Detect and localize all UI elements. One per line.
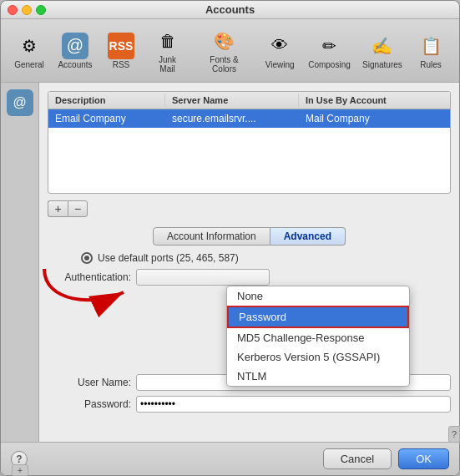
auth-input[interactable] [136, 269, 270, 286]
cell-server: secure.emailsrvr.... [165, 111, 299, 126]
toolbar-viewing[interactable]: 👁 Viewing [258, 29, 301, 73]
menu-item-kerberos[interactable]: Kerberos Version 5 (GSSAPI) [227, 347, 409, 367]
auth-row: Authentication: [48, 269, 451, 286]
toolbar-composing[interactable]: ✏ Composing [303, 29, 356, 73]
col-server: Server Name [165, 94, 299, 107]
table-controls: + − [48, 200, 451, 217]
password-label: Password: [48, 398, 131, 410]
col-account: In Use By Account [299, 94, 450, 107]
toolbar-rules-label: Rules [420, 60, 442, 69]
rss-icon: RSS [108, 33, 134, 59]
arrow-container [28, 261, 136, 322]
toolbar-rss-label: RSS [113, 60, 130, 69]
tab-advanced[interactable]: Advanced [270, 227, 346, 246]
toolbar: ⚙ General @ Accounts RSS RSS 🗑 Junk Mail… [1, 19, 459, 83]
remove-button[interactable]: − [68, 200, 88, 217]
radio-row: Use default ports (25, 465, 587) [81, 252, 451, 264]
content-area: Description Server Name In Use By Accoun… [39, 83, 459, 442]
menu-item-ntlm[interactable]: NTLM [227, 367, 409, 386]
toolbar-general-label: General [14, 60, 44, 69]
cell-description: Email Company [48, 111, 165, 126]
password-input[interactable] [136, 396, 451, 413]
toolbar-composing-label: Composing [308, 60, 351, 69]
toolbar-fonts[interactable]: 🎨 Fonts & Colors [192, 24, 256, 77]
signatures-icon: ✍ [369, 33, 396, 59]
toolbar-rules[interactable]: 📋 Rules [409, 29, 452, 73]
red-arrow [28, 261, 136, 319]
toolbar-junk-label: Junk Mail [151, 55, 184, 73]
table-body: Email Company secure.emailsrvr.... Mail … [48, 109, 450, 193]
table-row[interactable]: Email Company secure.emailsrvr.... Mail … [48, 109, 450, 128]
cell-account: Mail Company [299, 111, 450, 126]
minimize-button[interactable] [22, 5, 32, 15]
dropdown-menu: None Password MD5 Challenge-Response Ker… [226, 286, 410, 387]
bottom-tab[interactable]: + [12, 464, 28, 476]
password-row: Password: [48, 396, 451, 413]
fonts-icon: 🎨 [211, 28, 238, 54]
menu-item-md5[interactable]: MD5 Challenge-Response [227, 328, 409, 347]
col-description: Description [48, 94, 165, 107]
toolbar-general[interactable]: ⚙ General [8, 29, 51, 73]
toolbar-signatures-label: Signatures [362, 60, 402, 69]
bottom-bar: ? Cancel OK [1, 442, 459, 475]
accounts-icon: @ [62, 33, 88, 59]
toolbar-junk[interactable]: 🗑 Junk Mail [144, 24, 190, 77]
traffic-lights [8, 5, 46, 15]
toolbar-signatures[interactable]: ✍ Signatures [357, 29, 407, 73]
toolbar-viewing-label: Viewing [265, 60, 295, 69]
close-button[interactable] [8, 5, 18, 15]
accounts-table: Description Server Name In Use By Accoun… [48, 91, 451, 194]
add-button[interactable]: + [48, 200, 68, 217]
tab-bar: Account Information Advanced [48, 227, 451, 246]
button-group: Cancel OK [323, 448, 449, 469]
toolbar-accounts[interactable]: @ Accounts [53, 29, 98, 73]
main-content: @ Description Server Name In Use By Acco… [1, 83, 459, 442]
toolbar-fonts-label: Fonts & Colors [199, 55, 250, 73]
rules-icon: 📋 [417, 33, 444, 59]
composing-icon: ✏ [316, 33, 342, 59]
toolbar-accounts-label: Accounts [58, 60, 92, 69]
viewing-icon: 👁 [266, 33, 293, 59]
username-label: User Name: [48, 377, 131, 388]
menu-item-none[interactable]: None [227, 286, 409, 306]
window-title: Accounts [205, 3, 255, 16]
right-tab[interactable]: ? [448, 426, 460, 443]
tab-account-info[interactable]: Account Information [153, 227, 270, 246]
form-area: Use default ports (25, 465, 587) Authent… [48, 252, 451, 413]
ok-button[interactable]: OK [398, 448, 449, 469]
toolbar-rss[interactable]: RSS RSS [99, 29, 143, 73]
main-window: Accounts ⚙ General @ Accounts RSS RSS 🗑 … [0, 0, 460, 476]
maximize-button[interactable] [36, 5, 46, 15]
cancel-button[interactable]: Cancel [323, 448, 392, 469]
general-icon: ⚙ [16, 33, 43, 59]
menu-item-password[interactable]: Password [227, 306, 409, 328]
junk-icon: 🗑 [154, 28, 181, 54]
sidebar-account-icon[interactable]: @ [7, 89, 33, 116]
auth-dropdown-container: None Password MD5 Challenge-Response Ker… [136, 269, 451, 286]
titlebar: Accounts [1, 1, 459, 19]
table-header: Description Server Name In Use By Accoun… [48, 92, 450, 109]
